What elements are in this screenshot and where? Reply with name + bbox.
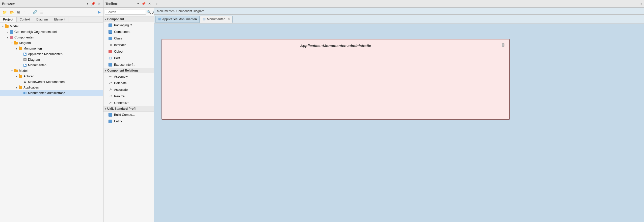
diagram-layout-btn[interactable]: ⊟ — [158, 2, 162, 6]
label-diagram2: Diagram — [28, 58, 40, 61]
browser-nav-tabs: Project Context Diagram Element — [0, 17, 103, 23]
expander-monumenten-node[interactable]: ▾ — [15, 47, 18, 50]
tree-item-medewerker[interactable]: ▸ ♟ Medewerker Monumenten — [0, 79, 103, 85]
browser-title: Browser — [2, 2, 15, 6]
tree-item-applicaties-monumenten[interactable]: ▸ Applicaties Monumenten — [0, 51, 103, 57]
toolbox-close-btn[interactable]: ✕ — [147, 2, 152, 6]
tab-project[interactable]: Project — [0, 17, 17, 22]
toolbox-pin-btn[interactable]: 📌 — [141, 2, 146, 6]
section-component[interactable]: ▾ Component — [103, 17, 154, 22]
icon-model-root — [5, 24, 9, 28]
expander-model2[interactable]: ▾ — [10, 70, 14, 72]
tree-item-gemeentelijk[interactable]: ▸ Gemeentelijk Gegevensmodel — [0, 29, 103, 35]
toolbox-label-associate: Associate — [114, 88, 128, 92]
toolbox-item-class[interactable]: Class — [103, 35, 154, 42]
collapse-left-btn[interactable]: « — [155, 2, 157, 6]
expander-model-root[interactable]: ▾ — [1, 25, 5, 28]
open-folder-btn[interactable]: 📁 — [2, 10, 8, 15]
down-btn[interactable]: ↓ — [27, 10, 31, 15]
toolbox-item-expose-interface[interactable]: Expose Interf... — [103, 61, 154, 68]
tree-item-componenten[interactable]: ▾ Componenten — [0, 35, 103, 40]
tree-item-monumenten-node[interactable]: ▾ Monumenten — [0, 46, 103, 51]
up-btn[interactable]: ↑ — [22, 10, 26, 15]
expander-componenten[interactable]: ▾ — [6, 36, 9, 39]
toolbox-dropdown-btn[interactable]: ▾ — [137, 2, 140, 6]
toolbox-item-build-component[interactable]: Build Compo... — [103, 112, 154, 118]
toolbox-label-object: Object — [114, 50, 123, 53]
tree-item-monumenten-admin[interactable]: ▸ Monumenten administratie — [0, 90, 103, 96]
label-monumenten2: Monumenten — [28, 63, 46, 67]
menu-btn[interactable]: ☰ — [39, 10, 44, 15]
svg-line-22 — [109, 82, 111, 84]
component-box-title: Applicaties::Monumenten administratie — [162, 39, 509, 52]
toolbox-controls: ▾ 📌 ✕ — [137, 2, 152, 6]
tree-item-actoren[interactable]: ▾ Actoren — [0, 74, 103, 79]
tab-monumenten[interactable]: ⊞ Monumenten ✕ — [200, 16, 233, 23]
section-component-relations[interactable]: ▾ Component Relations — [103, 68, 154, 73]
expander-diagram-node[interactable]: ▾ — [10, 42, 14, 45]
tree-item-model2[interactable]: ▾ Model — [0, 68, 103, 74]
tab-icon-applicaties: ⊞ — [158, 17, 161, 21]
tab-label-monumenten: Monumenten — [207, 17, 225, 21]
toolbox-item-packaging[interactable]: Packaging C... — [103, 22, 154, 29]
toolbox-item-object[interactable]: Object — [103, 48, 154, 55]
tab-context[interactable]: Context — [17, 17, 33, 22]
generalize-icon — [108, 101, 113, 105]
entity-icon — [108, 119, 113, 123]
toolbox-item-generalize[interactable]: Generalize — [103, 100, 154, 106]
class-icon — [108, 36, 113, 40]
build-component-icon — [108, 113, 113, 117]
arrow-btn[interactable]: ▶ — [97, 9, 102, 15]
search-button[interactable]: 🔍 — [147, 10, 151, 14]
toolbox-label-packaging: Packaging C... — [114, 24, 135, 27]
tree-item-diagram-node[interactable]: ▾ Diagram — [0, 40, 103, 46]
tree-item-applicaties[interactable]: ▾ Applicaties — [0, 85, 103, 90]
tab-diagram[interactable]: Diagram — [33, 17, 51, 22]
tree-item-monumenten2[interactable]: ▸ Monumenten — [0, 62, 103, 68]
label-monumenten-admin: Monumenten administratie — [28, 91, 65, 95]
tree-item-diagram2[interactable]: ▸ Diagram — [0, 57, 103, 62]
label-model-root: Model — [10, 25, 18, 28]
section-uml-standard[interactable]: ▾ UML Standard Profil — [103, 106, 154, 112]
browser-dropdown-btn[interactable]: ▾ — [86, 2, 89, 6]
toolbox-search-row: 🔍 🔎 ☰ — [103, 8, 154, 17]
search-input[interactable] — [105, 10, 146, 15]
tab-element[interactable]: Element — [51, 17, 68, 22]
grid-btn[interactable]: ⊞ — [16, 10, 21, 15]
toolbox-item-port[interactable]: Port — [103, 55, 154, 61]
toolbox-scroll-area: ▾ Component Packaging C... Component Cla… — [103, 17, 154, 222]
expander-applicaties[interactable]: ▾ — [15, 86, 18, 89]
delegate-icon — [108, 81, 113, 85]
expander-gemeentelijk[interactable]: ▸ — [6, 31, 9, 33]
svg-marker-29 — [111, 102, 112, 103]
svg-rect-12 — [25, 65, 26, 66]
expose-interface-icon — [108, 63, 113, 67]
toolbox-item-interface[interactable]: Interface — [103, 42, 154, 48]
label-medewerker: Medewerker Monumenten — [28, 80, 65, 84]
tree-item-model-root[interactable]: ▾ Model — [0, 24, 103, 29]
toolbox-item-component[interactable]: Component — [103, 29, 154, 35]
browser-pin-btn[interactable]: 📌 — [90, 2, 96, 6]
icon-monumenten-node — [18, 47, 23, 51]
svg-rect-32 — [502, 45, 504, 47]
toolbox-item-delegate[interactable]: Delegate — [103, 80, 154, 86]
component-box-icon — [499, 42, 506, 49]
new-folder-btn[interactable]: 📂 — [9, 10, 15, 15]
component-icon — [108, 30, 113, 34]
browser-close-btn[interactable]: ✕ — [97, 2, 101, 6]
toolbox-item-assembly[interactable]: Assembly — [103, 73, 154, 80]
link-btn[interactable]: 🔗 — [32, 10, 38, 15]
browser-titlebar: Browser ▾ 📌 ✕ — [0, 0, 103, 8]
icon-applicaties — [18, 85, 23, 90]
tab-applicaties-monumenten[interactable]: ⊞ Applicaties Monumenten — [155, 16, 200, 23]
browser-panel: Browser ▾ 📌 ✕ 📁 📂 ⊞ ↑ ↓ 🔗 ☰ ▶ Project Co… — [0, 0, 103, 222]
expander-actoren[interactable]: ▾ — [15, 75, 18, 78]
assembly-icon — [108, 75, 113, 79]
toolbox-label-component: Component — [114, 30, 130, 34]
collapse-right-btn[interactable]: » — [640, 2, 642, 6]
tab-close-btn[interactable]: ✕ — [228, 17, 230, 21]
toolbox-item-realize[interactable]: Realize — [103, 93, 154, 100]
toolbox-item-entity[interactable]: Entity — [103, 118, 154, 125]
expander-component-relations: ▾ — [105, 69, 106, 72]
toolbox-item-associate[interactable]: Associate — [103, 86, 154, 93]
